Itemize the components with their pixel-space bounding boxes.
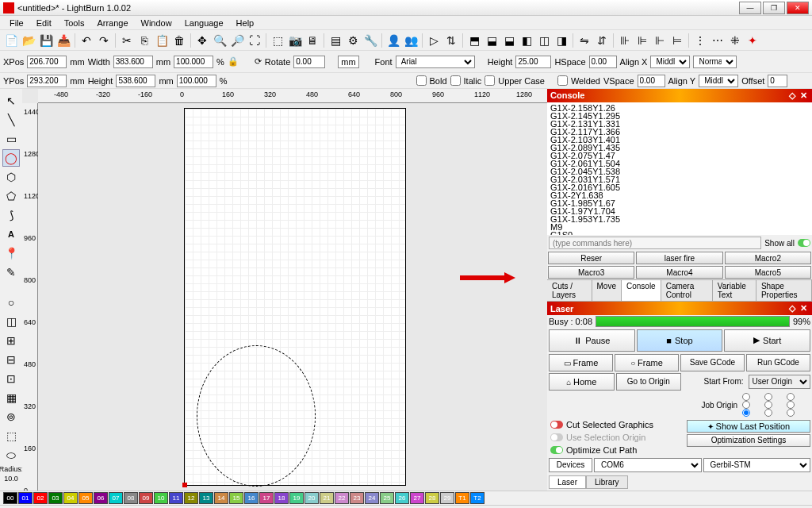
xpos-input[interactable] [27, 56, 67, 68]
width-input[interactable] [113, 56, 153, 68]
pan-icon[interactable]: ✥ [194, 33, 210, 48]
origin-br[interactable] [787, 409, 795, 417]
menu-language[interactable]: Language [178, 17, 230, 29]
macro-2[interactable]: Macro2 [725, 252, 811, 264]
tab-camera[interactable]: Camera Control [661, 280, 713, 301]
polygon-tool[interactable]: ⬡ [2, 168, 20, 186]
color-03[interactable]: 03 [48, 492, 63, 504]
color-10[interactable]: 10 [154, 492, 168, 504]
console-input[interactable] [549, 237, 761, 249]
save-icon[interactable]: 💾 [38, 33, 54, 48]
alignbot-icon[interactable]: ⬓ [501, 33, 517, 48]
flipv-icon[interactable]: ⇵ [594, 33, 610, 48]
macro-5[interactable]: Macro5 [725, 266, 811, 279]
italic-check[interactable] [450, 75, 461, 86]
radial-icon[interactable]: ⊚ [2, 408, 20, 425]
font-select[interactable]: Arial [396, 56, 475, 68]
bold-check[interactable] [416, 75, 427, 86]
offset-input[interactable] [768, 75, 787, 87]
tab-cuts[interactable]: Cuts / Layers [547, 280, 592, 301]
color-17[interactable]: 17 [259, 492, 274, 504]
normal-select[interactable]: Normal [693, 56, 737, 68]
color-07[interactable]: 07 [109, 492, 123, 504]
pencil-tool[interactable]: ✎ [2, 264, 20, 281]
zoomout-icon[interactable]: 🔎 [229, 33, 245, 48]
console-header[interactable]: Console ◇ ✕ [547, 89, 812, 102]
color-15[interactable]: 15 [229, 492, 243, 504]
color-16[interactable]: 16 [244, 492, 259, 504]
color-22[interactable]: 22 [335, 492, 349, 504]
ypos-input[interactable] [27, 75, 67, 87]
color-20[interactable]: 20 [304, 492, 319, 504]
showall-toggle[interactable] [798, 239, 810, 247]
import-icon[interactable]: 📥 [56, 33, 71, 48]
zoomfit-icon[interactable]: ⛶ [247, 33, 262, 48]
pin-tool[interactable]: 📍 [2, 244, 20, 262]
bool1-tool[interactable]: ⊞ [2, 332, 20, 349]
alignx-select[interactable]: Middle [650, 56, 690, 68]
grid1-icon[interactable]: ⋮ [692, 33, 708, 48]
macro-4[interactable]: Macro4 [636, 266, 722, 279]
device-select[interactable]: Gerbil-STM [703, 458, 811, 472]
startfrom-select[interactable]: User Origin [749, 375, 811, 389]
color-13[interactable]: 13 [199, 492, 213, 504]
artboard[interactable] [184, 108, 406, 486]
home-button[interactable]: ⌂ Home [549, 373, 615, 391]
updown-icon[interactable]: ⇅ [443, 33, 459, 48]
path2-tool[interactable]: ⬭ [2, 446, 20, 464]
tab-move[interactable]: Move [592, 280, 622, 301]
savegcode-button[interactable]: Save GCode [680, 354, 745, 371]
devices-button[interactable]: Devices [549, 458, 592, 472]
menu-help[interactable]: Help [230, 17, 261, 29]
menu-file[interactable]: File [3, 17, 30, 29]
person-icon[interactable]: 👤 [385, 33, 401, 48]
color-00[interactable]: 00 [3, 492, 17, 504]
color-18[interactable]: 18 [274, 492, 289, 504]
ellipse-shape[interactable] [197, 345, 316, 487]
close-button[interactable]: ✕ [787, 2, 809, 14]
settings-icon[interactable]: ⚙ [345, 33, 361, 48]
device-icon[interactable]: 🔧 [362, 33, 378, 48]
ellipse-tool[interactable]: ◯ [2, 149, 20, 167]
welded-check[interactable] [557, 75, 568, 86]
menu-edit[interactable]: Edit [30, 17, 58, 29]
canvas-area[interactable]: -480-320-160016032048064080096011201280 … [22, 89, 547, 491]
macro-reser[interactable]: Reser [548, 252, 634, 264]
tab-shapeprops[interactable]: Shape Properties [756, 280, 812, 301]
array-icon[interactable]: ▦ [2, 389, 20, 406]
bool3-tool[interactable]: ⊡ [2, 370, 20, 387]
height-input[interactable] [515, 56, 551, 68]
distrib1-icon[interactable]: ⊪ [617, 33, 633, 48]
color-11[interactable]: 11 [169, 492, 183, 504]
fliph-icon[interactable]: ⇋ [576, 33, 592, 48]
color-05[interactable]: 05 [79, 492, 93, 504]
text-tool[interactable]: A [2, 225, 20, 243]
start-button[interactable]: ▶Start [724, 329, 810, 352]
color-29[interactable]: 29 [440, 492, 454, 504]
color-26[interactable]: 26 [395, 492, 409, 504]
color-09[interactable]: 09 [139, 492, 153, 504]
grid3-icon[interactable]: ⁜ [727, 33, 743, 48]
alignleft-icon[interactable]: ◧ [519, 33, 534, 48]
zoomin-icon[interactable]: 🔍 [212, 33, 228, 48]
origin-ml[interactable] [742, 401, 750, 409]
unit-mm[interactable]: mm [338, 56, 358, 68]
distrib2-icon[interactable]: ⊫ [634, 33, 650, 48]
tab-console[interactable]: Console [622, 280, 661, 301]
maximize-button[interactable]: ❐ [763, 2, 785, 14]
frame2-button[interactable]: ○ Frame [615, 354, 679, 371]
color-19[interactable]: 19 [289, 492, 304, 504]
vspace-input[interactable] [638, 75, 665, 87]
grid4-icon[interactable]: ✦ [745, 33, 760, 48]
rungcode-button[interactable]: Run GCode [746, 354, 810, 371]
macro-laserfire[interactable]: laser fire [636, 252, 722, 264]
color-04[interactable]: 04 [63, 492, 78, 504]
btab-library[interactable]: Library [586, 475, 628, 489]
console-output[interactable]: G1X-2.158Y1.26G1X-2.145Y1.295G1X-2.131Y1… [547, 102, 812, 236]
camera-icon[interactable]: 📷 [287, 33, 303, 48]
lock-icon[interactable]: 🔒 [228, 56, 239, 67]
circle-tool[interactable]: ○ [2, 294, 20, 311]
pause-button[interactable]: ⏸Pause [549, 329, 635, 352]
bool2-tool[interactable]: ⊟ [2, 351, 20, 368]
hinput[interactable] [116, 75, 155, 87]
